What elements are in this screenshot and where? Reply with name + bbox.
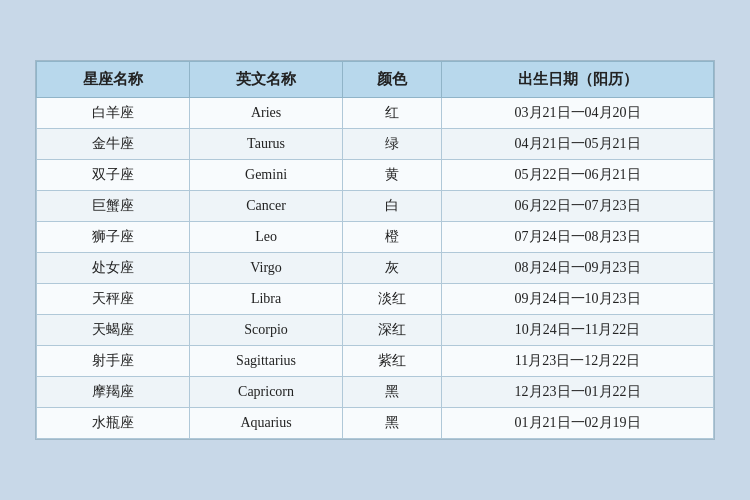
cell-english-name: Cancer xyxy=(190,191,343,222)
cell-english-name: Scorpio xyxy=(190,315,343,346)
cell-color: 橙 xyxy=(343,222,442,253)
cell-english-name: Virgo xyxy=(190,253,343,284)
cell-chinese-name: 狮子座 xyxy=(37,222,190,253)
table-row: 天秤座Libra淡红09月24日一10月23日 xyxy=(37,284,714,315)
cell-english-name: Leo xyxy=(190,222,343,253)
cell-chinese-name: 巨蟹座 xyxy=(37,191,190,222)
cell-dates: 12月23日一01月22日 xyxy=(442,377,714,408)
table-row: 射手座Sagittarius紫红11月23日一12月22日 xyxy=(37,346,714,377)
table-row: 水瓶座Aquarius黑01月21日一02月19日 xyxy=(37,408,714,439)
table-row: 处女座Virgo灰08月24日一09月23日 xyxy=(37,253,714,284)
cell-dates: 03月21日一04月20日 xyxy=(442,98,714,129)
table-row: 金牛座Taurus绿04月21日一05月21日 xyxy=(37,129,714,160)
cell-dates: 11月23日一12月22日 xyxy=(442,346,714,377)
cell-color: 黑 xyxy=(343,408,442,439)
cell-dates: 06月22日一07月23日 xyxy=(442,191,714,222)
table-row: 摩羯座Capricorn黑12月23日一01月22日 xyxy=(37,377,714,408)
header-dates: 出生日期（阳历） xyxy=(442,62,714,98)
zodiac-table-container: 星座名称 英文名称 颜色 出生日期（阳历） 白羊座Aries红03月21日一04… xyxy=(35,60,715,440)
cell-english-name: Sagittarius xyxy=(190,346,343,377)
table-header-row: 星座名称 英文名称 颜色 出生日期（阳历） xyxy=(37,62,714,98)
cell-color: 绿 xyxy=(343,129,442,160)
cell-color: 灰 xyxy=(343,253,442,284)
table-row: 天蝎座Scorpio深红10月24日一11月22日 xyxy=(37,315,714,346)
cell-english-name: Aries xyxy=(190,98,343,129)
cell-color: 黑 xyxy=(343,377,442,408)
cell-dates: 09月24日一10月23日 xyxy=(442,284,714,315)
cell-dates: 07月24日一08月23日 xyxy=(442,222,714,253)
header-chinese-name: 星座名称 xyxy=(37,62,190,98)
cell-english-name: Capricorn xyxy=(190,377,343,408)
table-row: 双子座Gemini黄05月22日一06月21日 xyxy=(37,160,714,191)
cell-chinese-name: 摩羯座 xyxy=(37,377,190,408)
cell-chinese-name: 白羊座 xyxy=(37,98,190,129)
table-row: 狮子座Leo橙07月24日一08月23日 xyxy=(37,222,714,253)
table-row: 白羊座Aries红03月21日一04月20日 xyxy=(37,98,714,129)
cell-chinese-name: 双子座 xyxy=(37,160,190,191)
cell-color: 紫红 xyxy=(343,346,442,377)
cell-dates: 04月21日一05月21日 xyxy=(442,129,714,160)
cell-chinese-name: 水瓶座 xyxy=(37,408,190,439)
cell-english-name: Aquarius xyxy=(190,408,343,439)
cell-chinese-name: 金牛座 xyxy=(37,129,190,160)
cell-english-name: Gemini xyxy=(190,160,343,191)
cell-chinese-name: 天蝎座 xyxy=(37,315,190,346)
cell-dates: 10月24日一11月22日 xyxy=(442,315,714,346)
cell-color: 黄 xyxy=(343,160,442,191)
cell-chinese-name: 射手座 xyxy=(37,346,190,377)
table-row: 巨蟹座Cancer白06月22日一07月23日 xyxy=(37,191,714,222)
cell-color: 深红 xyxy=(343,315,442,346)
cell-chinese-name: 天秤座 xyxy=(37,284,190,315)
cell-english-name: Libra xyxy=(190,284,343,315)
header-color: 颜色 xyxy=(343,62,442,98)
zodiac-table: 星座名称 英文名称 颜色 出生日期（阳历） 白羊座Aries红03月21日一04… xyxy=(36,61,714,439)
cell-english-name: Taurus xyxy=(190,129,343,160)
cell-color: 白 xyxy=(343,191,442,222)
cell-color: 红 xyxy=(343,98,442,129)
header-english-name: 英文名称 xyxy=(190,62,343,98)
cell-chinese-name: 处女座 xyxy=(37,253,190,284)
cell-dates: 05月22日一06月21日 xyxy=(442,160,714,191)
cell-dates: 01月21日一02月19日 xyxy=(442,408,714,439)
table-body: 白羊座Aries红03月21日一04月20日金牛座Taurus绿04月21日一0… xyxy=(37,98,714,439)
cell-color: 淡红 xyxy=(343,284,442,315)
cell-dates: 08月24日一09月23日 xyxy=(442,253,714,284)
